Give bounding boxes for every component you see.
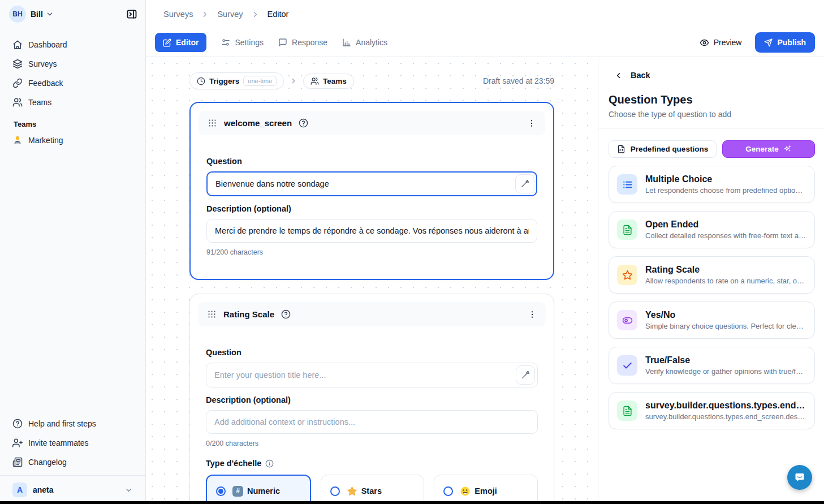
predefined-questions-button[interactable]: Predefined questions [609, 140, 717, 158]
radio-selected[interactable] [216, 486, 226, 496]
tab-editor[interactable]: Editor [155, 33, 206, 52]
check-icon [617, 355, 637, 376]
sidebar-item-label: Surveys [28, 59, 57, 68]
question-type-rating-scale[interactable]: Rating Scale Allow respondents to rate o… [609, 256, 815, 294]
one-time-badge: one-time [243, 76, 277, 86]
description-label: Description (optional) [206, 395, 538, 404]
question-title-input[interactable] [206, 171, 537, 196]
newspaper-icon [12, 457, 23, 467]
info-icon [265, 459, 274, 468]
tab-response[interactable]: Response [278, 38, 327, 47]
help-circle-icon [299, 118, 308, 128]
chevron-down-icon [124, 486, 133, 494]
breadcrumb-survey[interactable]: Survey [217, 10, 243, 19]
scale-type-label: Type d'échelle [206, 459, 538, 468]
question-type-end-screen[interactable]: survey.builder.questions.types.end_scr..… [609, 392, 815, 429]
list-icon [617, 174, 637, 195]
sparkles-icon [783, 145, 792, 153]
tab-label: Editor [176, 38, 199, 47]
help-circle-icon [281, 309, 291, 319]
preview-button[interactable]: Preview [700, 38, 742, 48]
question-type-title: Open Ended [645, 219, 806, 230]
account-switcher[interactable]: A aneta [0, 475, 145, 504]
scale-option-emoji[interactable]: Emoji [434, 475, 538, 504]
question-type-true-false[interactable]: True/False Verify knowledge or gather op… [609, 347, 815, 384]
sidebar-item-label: Dashboard [28, 40, 67, 49]
question-type-title: Multiple Choice [645, 174, 806, 184]
chevron-left-icon [614, 71, 623, 80]
home-icon [12, 40, 23, 50]
radio-unselected[interactable] [330, 486, 340, 496]
sidebar-item-surveys[interactable]: Surveys [7, 54, 139, 74]
chevron-down-icon [46, 10, 54, 18]
scale-option-numeric[interactable]: # Numeric [206, 475, 311, 504]
sidebar-item-feedback[interactable]: Feedback [7, 74, 139, 93]
char-count: 0/200 characters [206, 440, 538, 447]
sidebar-item-teams[interactable]: Teams [7, 93, 139, 112]
drag-handle-icon[interactable] [207, 309, 217, 319]
breadcrumb-editor[interactable]: Editor [268, 10, 289, 19]
toolbar-actions: Preview Publish [700, 32, 815, 53]
more-options-icon[interactable] [528, 310, 537, 319]
question-card-header[interactable]: welcome_screen [199, 111, 545, 135]
publish-button[interactable]: Publish [755, 32, 815, 53]
users-icon [12, 97, 23, 107]
drag-handle-icon[interactable] [208, 118, 217, 128]
triggers-pill[interactable]: Triggers one-time [189, 72, 284, 89]
chat-launcher-button[interactable] [787, 465, 812, 490]
back-button[interactable]: Back [609, 71, 815, 80]
question-type-title: True/False [645, 355, 806, 365]
smiley-emoji [460, 486, 471, 497]
question-type-multiple-choice[interactable]: Multiple Choice Let respondents choose f… [609, 166, 815, 203]
account-avatar: A [12, 483, 27, 497]
sidebar-footer: Help and first steps Invite teammates Ch… [0, 410, 145, 504]
question-type-open-ended[interactable]: Open Ended Collect detailed responses wi… [609, 211, 815, 248]
tab-settings[interactable]: Settings [221, 38, 264, 47]
file-code-icon [617, 145, 625, 153]
more-options-icon[interactable] [527, 119, 536, 128]
back-label: Back [631, 71, 650, 80]
sidebar-item-changelog[interactable]: Changelog [7, 453, 139, 472]
breadcrumb-surveys[interactable]: Surveys [163, 10, 193, 19]
ai-wand-button[interactable] [516, 365, 535, 385]
question-card-welcome-screen[interactable]: welcome_screen Question [189, 102, 554, 280]
chat-bubble-icon [793, 471, 806, 484]
description-input[interactable] [206, 410, 538, 434]
eye-icon [700, 38, 709, 48]
sidebar-item-team-marketing[interactable]: Marketing [7, 131, 139, 150]
teams-pill[interactable]: Teams [303, 74, 354, 89]
question-type-yes-no[interactable]: Yes/No Simple binary choice questions. P… [609, 301, 815, 339]
question-type-title: Rating Scale [645, 265, 806, 275]
tab-analytics[interactable]: Analytics [342, 38, 387, 47]
question-card-rating-scale[interactable]: Rating Scale Question [189, 294, 554, 504]
workspace-switcher[interactable]: BH Bill [0, 0, 145, 28]
question-card-header[interactable]: Rating Scale [198, 302, 546, 326]
window-bottom-edge [0, 501, 824, 504]
question-type-description: Verify knowledge or gather opinions with… [645, 367, 806, 376]
teams-pill-label: Teams [323, 77, 347, 85]
main-area: Surveys Survey Editor Editor Settings R [146, 0, 824, 504]
scale-option-label: Numeric [247, 486, 280, 496]
sidebar-item-dashboard[interactable]: Dashboard [7, 35, 139, 54]
sidebar-item-label: Feedback [28, 79, 63, 88]
collapse-sidebar-icon[interactable] [126, 8, 137, 20]
scale-type-options: # Numeric Stars [206, 475, 538, 504]
radio-unselected[interactable] [443, 486, 453, 496]
tab-label: Settings [235, 38, 264, 47]
ai-wand-button[interactable] [515, 174, 534, 193]
sidebar-item-help[interactable]: Help and first steps [7, 414, 139, 433]
technologist-emoji [12, 135, 23, 145]
triggers-label: Triggers [209, 77, 239, 85]
sidebar-item-invite[interactable]: Invite teammates [7, 433, 139, 453]
scale-option-stars[interactable]: Stars [321, 475, 425, 504]
description-input[interactable] [206, 219, 537, 243]
question-types-panel: Back Question Types Choose the type of q… [598, 57, 824, 504]
question-title-input[interactable] [206, 363, 538, 387]
panel-title: Question Types [609, 93, 815, 106]
sidebar-nav: Dashboard Surveys Feedback Teams Teams [0, 28, 145, 150]
teams-section-label: Teams [7, 112, 139, 131]
sidebar-item-label: Invite teammates [28, 438, 89, 447]
question-label: Question [206, 348, 538, 357]
file-text-icon [617, 219, 637, 240]
generate-button[interactable]: Generate [722, 140, 815, 158]
